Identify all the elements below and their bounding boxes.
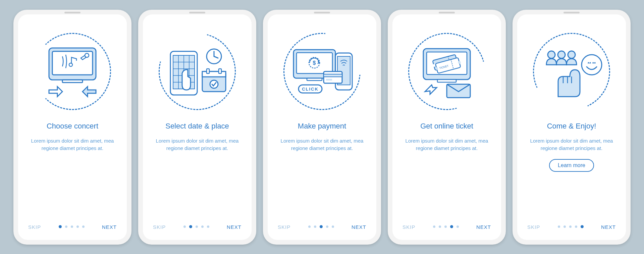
skip-button[interactable]: SKIP	[28, 224, 41, 230]
pagination-dot[interactable]	[332, 225, 334, 228]
onboarding-screen-4: TICKET Get online ticket Lorem ipsum dol…	[392, 14, 501, 240]
pagination-dots	[59, 225, 85, 228]
phone-frame: Come & Enjoy! Lorem ipsum dolor sit dim …	[513, 10, 631, 245]
skip-button[interactable]: SKIP	[278, 224, 290, 230]
pagination-dot[interactable]	[183, 225, 186, 228]
pagination-dot[interactable]	[196, 225, 198, 228]
phone-frame: TICKET Get online ticket Lorem ipsum dol…	[388, 10, 506, 245]
next-button[interactable]: NEXT	[102, 224, 117, 230]
screen-footer: SKIP NEXT	[28, 224, 117, 230]
next-button[interactable]: NEXT	[227, 224, 241, 230]
pagination-dot[interactable]	[450, 225, 453, 228]
pagination-dots	[308, 225, 334, 228]
pagination-dot[interactable]	[575, 225, 577, 228]
pagination-dot[interactable]	[457, 225, 459, 228]
pagination-dot[interactable]	[439, 225, 441, 228]
pagination-dot[interactable]	[314, 225, 316, 228]
illustration-wrap: $ CLICK	[282, 31, 362, 112]
screen-title: Get online ticket	[420, 122, 473, 131]
phone-frame: Select date & place Lorem ipsum dolor si…	[138, 10, 256, 245]
dashed-ring	[268, 17, 376, 125]
pagination-dot[interactable]	[558, 225, 560, 228]
learn-more-button[interactable]: Learn more	[549, 159, 594, 172]
skip-button[interactable]: SKIP	[153, 224, 166, 230]
pagination-dots	[183, 225, 209, 228]
dashed-ring	[522, 22, 621, 121]
pagination-dot[interactable]	[207, 225, 209, 228]
next-button[interactable]: NEXT	[601, 224, 616, 230]
next-button[interactable]: NEXT	[476, 224, 491, 230]
screen-description: Lorem ipsum dolor sit dim amet, mea regi…	[528, 137, 615, 152]
onboarding-screen-3: $ CLICK Make payment Lorem ipsum dolor s…	[268, 14, 376, 240]
screen-title: Come & Enjoy!	[547, 122, 596, 131]
screen-title: Make payment	[298, 122, 346, 131]
screen-footer: SKIP NEXT	[402, 224, 491, 230]
dashed-ring	[394, 18, 499, 124]
screen-description: Lorem ipsum dolor sit dim amet, mea regi…	[278, 137, 366, 152]
pagination-dot[interactable]	[320, 225, 323, 228]
onboarding-row: Choose concert Lorem ipsum dolor sit dim…	[13, 10, 631, 245]
screen-title: Choose concert	[47, 122, 98, 131]
onboarding-screen-1: Choose concert Lorem ipsum dolor sit dim…	[18, 14, 127, 240]
onboarding-screen-2: Select date & place Lorem ipsum dolor si…	[143, 14, 252, 240]
screen-description: Lorem ipsum dolor sit dim amet, mea regi…	[154, 137, 241, 152]
illustration-wrap	[531, 31, 612, 112]
pagination-dot[interactable]	[65, 225, 67, 228]
pagination-dot[interactable]	[76, 225, 79, 228]
screen-footer: SKIP NEXT	[527, 224, 616, 230]
phone-frame: Choose concert Lorem ipsum dolor sit dim…	[13, 10, 131, 245]
pagination-dot[interactable]	[581, 225, 584, 228]
dashed-ring	[34, 33, 111, 110]
pagination-dots	[558, 225, 584, 228]
pagination-dot[interactable]	[326, 225, 328, 228]
pagination-dot[interactable]	[201, 225, 204, 228]
screen-footer: SKIP NEXT	[153, 224, 241, 230]
pagination-dot[interactable]	[569, 225, 572, 228]
pagination-dot[interactable]	[189, 225, 192, 228]
dashed-ring	[145, 18, 250, 124]
screen-footer: SKIP NEXT	[278, 224, 366, 230]
pagination-dot[interactable]	[433, 225, 435, 228]
pagination-dot[interactable]	[564, 225, 566, 228]
skip-button[interactable]: SKIP	[527, 224, 540, 230]
next-button[interactable]: NEXT	[352, 224, 366, 230]
pagination-dot[interactable]	[59, 225, 62, 228]
pagination-dot[interactable]	[308, 225, 311, 228]
skip-button[interactable]: SKIP	[402, 224, 415, 230]
illustration-wrap	[32, 31, 113, 112]
screen-title: Select date & place	[165, 122, 229, 131]
screen-description: Lorem ipsum dolor sit dim amet, mea regi…	[403, 137, 490, 152]
screen-description: Lorem ipsum dolor sit dim amet, mea regi…	[29, 137, 116, 152]
pagination-dot[interactable]	[444, 225, 447, 228]
illustration-wrap	[157, 31, 237, 112]
pagination-dot[interactable]	[71, 225, 73, 228]
onboarding-screen-5: Come & Enjoy! Lorem ipsum dolor sit dim …	[517, 14, 626, 240]
pagination-dot[interactable]	[82, 225, 85, 228]
phone-frame: $ CLICK Make payment Lorem ipsum dolor s…	[263, 10, 381, 245]
illustration-wrap: TICKET	[407, 31, 487, 112]
pagination-dots	[433, 225, 459, 228]
